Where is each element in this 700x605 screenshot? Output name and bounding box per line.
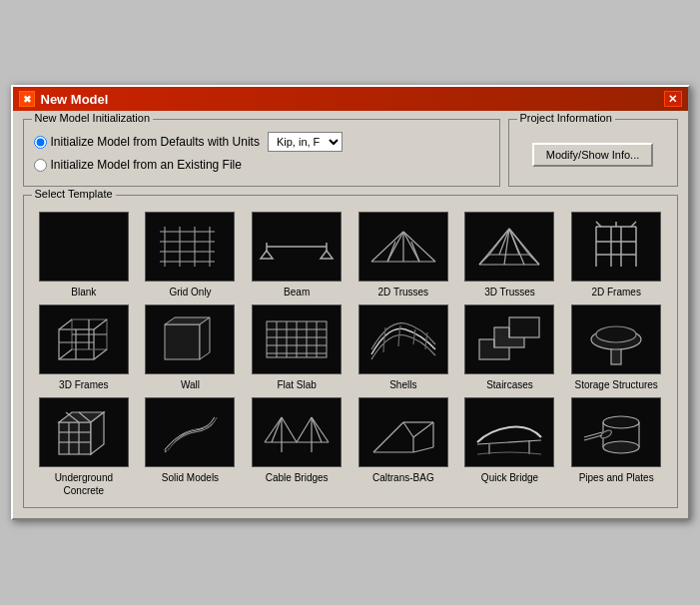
template-group-label: Select Template (32, 188, 116, 200)
radio-row-2: Initialize Model from an Existing File (34, 158, 489, 172)
svg-marker-63 (200, 317, 210, 359)
template-label-quick-bridge: Quick Bridge (481, 471, 538, 484)
template-item-beam[interactable]: Beam (247, 212, 348, 299)
template-item-caltrans-bag[interactable]: Caltrans-BAG (352, 397, 453, 497)
template-thumb-storage-structures (571, 304, 661, 374)
template-item-2d-frames[interactable]: 2D Frames (566, 212, 667, 299)
radio-defaults[interactable] (34, 136, 47, 149)
title-bar: ✖ New Model ✕ (13, 87, 688, 111)
template-item-blank[interactable]: Blank (34, 212, 135, 299)
units-select[interactable]: Kip, in, F Kip, ft, F KN, m, C (268, 132, 343, 152)
template-thumb-underground-concrete (39, 397, 129, 467)
radio-defaults-label: Initialize Model from Defaults with Unit… (51, 135, 260, 149)
init-group-label: New Model Initialization (32, 112, 154, 124)
template-thumb-flat-slab (252, 304, 342, 374)
project-group: Project Information Modify/Show Info... (508, 119, 678, 187)
new-model-window: ✖ New Model ✕ New Model Initialization I… (11, 85, 690, 520)
svg-rect-0 (44, 217, 124, 277)
template-label-storage-structures: Storage Structures (574, 378, 657, 391)
template-label-caltrans-bag: Caltrans-BAG (372, 471, 434, 484)
project-group-label: Project Information (517, 112, 615, 124)
template-label-shells: Shells (389, 378, 416, 391)
template-item-shells[interactable]: Shells (352, 304, 453, 391)
template-item-solid-models[interactable]: Solid Models (140, 397, 241, 497)
svg-point-125 (603, 441, 639, 453)
template-label-blank: Blank (71, 286, 96, 299)
template-thumb-3d-frames (39, 304, 129, 374)
template-item-quick-bridge[interactable]: Quick Bridge (459, 397, 560, 497)
svg-rect-25 (469, 217, 549, 277)
template-label-cable-bridges: Cable Bridges (266, 471, 329, 484)
svg-rect-49 (44, 309, 124, 369)
template-thumb-staircases (464, 304, 554, 374)
template-item-3d-trusses[interactable]: 3D Trusses (459, 212, 560, 299)
template-item-2d-trusses[interactable]: 2D Trusses (352, 212, 453, 299)
template-label-pipes-and-plates: Pipes and Plates (579, 471, 654, 484)
template-item-staircases[interactable]: Staircases (459, 304, 560, 391)
template-thumb-caltrans-bag (358, 397, 448, 467)
template-label-3d-frames: 3D Frames (59, 378, 108, 391)
svg-point-122 (603, 416, 639, 428)
svg-rect-97 (150, 402, 230, 462)
svg-rect-61 (165, 324, 200, 359)
top-section: New Model Initialization Initialize Mode… (23, 119, 678, 187)
title-bar-left: ✖ New Model (19, 91, 109, 107)
template-thumb-quick-bridge (464, 397, 554, 467)
radio-row-1: Initialize Model from Defaults with Unit… (34, 132, 489, 152)
template-item-underground-concrete[interactable]: Underground Concrete (34, 397, 135, 497)
app-icon: ✖ (19, 91, 35, 107)
template-group: Select Template Blank (23, 195, 678, 508)
template-thumb-solid-models (145, 397, 235, 467)
svg-rect-87 (59, 422, 91, 454)
template-thumb-blank (39, 212, 129, 282)
svg-rect-1 (150, 217, 230, 277)
template-label-2d-trusses: 2D Trusses (378, 286, 429, 299)
template-grid: Blank (34, 212, 667, 497)
template-label-solid-models: Solid Models (162, 471, 219, 484)
template-label-3d-trusses: 3D Trusses (484, 286, 535, 299)
template-thumb-grid-only (145, 212, 235, 282)
template-label-grid-only: Grid Only (169, 286, 211, 299)
template-thumb-2d-trusses (358, 212, 448, 282)
template-item-wall[interactable]: Wall (140, 304, 241, 391)
close-button[interactable]: ✕ (664, 91, 682, 107)
template-item-flat-slab[interactable]: Flat Slab (247, 304, 348, 391)
template-item-pipes-and-plates[interactable]: Pipes and Plates (566, 397, 667, 497)
svg-rect-79 (509, 317, 539, 337)
template-thumb-2d-frames (571, 212, 661, 282)
template-thumb-3d-trusses (464, 212, 554, 282)
svg-rect-108 (363, 402, 443, 462)
template-label-beam: Beam (284, 286, 310, 299)
template-label-flat-slab: Flat Slab (277, 378, 316, 391)
template-item-storage-structures[interactable]: Storage Structures (566, 304, 667, 391)
template-label-2d-frames: 2D Frames (591, 286, 640, 299)
template-label-underground-concrete: Underground Concrete (34, 471, 135, 497)
svg-point-85 (596, 326, 636, 342)
template-item-3d-frames[interactable]: 3D Frames (34, 304, 135, 391)
template-thumb-wall (145, 304, 235, 374)
template-item-grid-only[interactable]: Grid Only (140, 212, 241, 299)
radio-existing-label: Initialize Model from an Existing File (51, 158, 242, 172)
template-label-staircases: Staircases (486, 378, 533, 391)
template-item-cable-bridges[interactable]: Cable Bridges (247, 397, 348, 497)
window-content: New Model Initialization Initialize Mode… (13, 111, 688, 518)
radio-existing[interactable] (34, 159, 47, 172)
init-group: New Model Initialization Initialize Mode… (23, 119, 500, 187)
window-title: New Model (41, 92, 109, 107)
template-label-wall: Wall (181, 378, 200, 391)
svg-rect-98 (257, 402, 337, 462)
template-thumb-cable-bridges (252, 397, 342, 467)
modify-show-button[interactable]: Modify/Show Info... (532, 143, 654, 167)
template-thumb-pipes-and-plates (571, 397, 661, 467)
template-thumb-shells (358, 304, 448, 374)
template-thumb-beam (252, 212, 342, 282)
